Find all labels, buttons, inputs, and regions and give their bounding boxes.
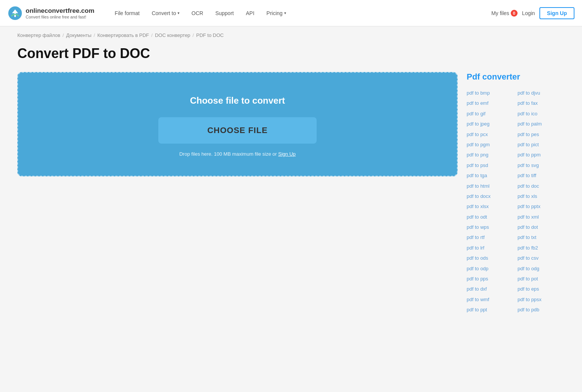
- sidebar-link[interactable]: pdf to doc: [518, 182, 565, 190]
- breadcrumb: Конвертер файлов / Документы / Конвертир…: [17, 32, 565, 38]
- sidebar-link[interactable]: pdf to xls: [518, 192, 565, 201]
- logo-subtitle: Convert files online free and fast!: [26, 15, 94, 19]
- sidebar-link[interactable]: pdf to odt: [467, 213, 514, 221]
- my-files-button[interactable]: My files 0: [491, 10, 517, 17]
- my-files-badge: 0: [511, 10, 518, 17]
- sidebar-link[interactable]: pdf to fb2: [518, 243, 565, 252]
- breadcrumb-item[interactable]: Конвертер файлов: [17, 32, 60, 38]
- breadcrumb-separator: /: [94, 32, 95, 38]
- sidebar-link[interactable]: pdf to bmp: [467, 89, 514, 97]
- signup-button[interactable]: Sign Up: [539, 7, 574, 19]
- breadcrumb-separator: /: [151, 32, 153, 38]
- logo[interactable]: onlineconvertfree.com Convert files onli…: [8, 6, 94, 21]
- sidebar-link[interactable]: pdf to palm: [518, 119, 565, 128]
- page-content: Конвертер файлов / Документы / Конвертир…: [8, 26, 574, 320]
- signup-link[interactable]: Sign Up: [278, 151, 296, 157]
- sidebar-link[interactable]: pdf to gif: [467, 109, 514, 118]
- nav-pricing[interactable]: Pricing▾: [261, 7, 291, 19]
- breadcrumb-item[interactable]: DOC конвертер: [155, 32, 190, 38]
- logo-text: onlineconvertfree.com Convert files onli…: [26, 7, 94, 19]
- header-right: My files 0 Login Sign Up: [491, 7, 574, 19]
- sidebar-link[interactable]: pdf to ppt: [467, 305, 514, 314]
- sidebar-link[interactable]: pdf to djvu: [518, 89, 565, 97]
- sidebar-link[interactable]: pdf to png: [467, 150, 514, 159]
- nav-ocr[interactable]: OCR: [186, 7, 208, 19]
- sidebar-link[interactable]: pdf to psd: [467, 161, 514, 170]
- nav-api[interactable]: API: [240, 7, 260, 19]
- sidebar-link[interactable]: pdf to pot: [518, 274, 565, 283]
- sidebar-link[interactable]: pdf to docx: [467, 192, 514, 201]
- breadcrumb-separator: /: [63, 32, 64, 38]
- chevron-down-icon: ▾: [178, 11, 179, 15]
- sidebar-link[interactable]: pdf to pict: [518, 140, 565, 149]
- sidebar-link[interactable]: pdf to emf: [467, 99, 514, 107]
- breadcrumb-item[interactable]: Конвертировать в PDF: [97, 32, 149, 38]
- logo-icon: [8, 6, 23, 21]
- sidebar-link[interactable]: pdf to odg: [518, 264, 565, 273]
- sidebar-link[interactable]: pdf to odp: [467, 264, 514, 273]
- sidebar-link[interactable]: pdf to xlsx: [467, 202, 514, 211]
- page-title: Convert PDF to DOC: [17, 46, 565, 61]
- sidebar-link[interactable]: pdf to tiff: [518, 171, 565, 180]
- sidebar-link[interactable]: pdf to eps: [518, 285, 565, 293]
- nav-file-format[interactable]: File format: [109, 7, 145, 19]
- breadcrumb-current: PDF to DOC: [196, 32, 224, 38]
- sidebar-link[interactable]: pdf to pcx: [467, 130, 514, 139]
- breadcrumb-item[interactable]: Документы: [66, 32, 91, 38]
- sidebar-link[interactable]: pdf to pdb: [518, 305, 565, 314]
- sidebar-link[interactable]: pdf to xml: [518, 213, 565, 221]
- logo-title: onlineconvertfree.com: [26, 7, 94, 15]
- sidebar-link[interactable]: pdf to ppm: [518, 150, 565, 159]
- choose-file-button[interactable]: CHOOSE FILE: [158, 117, 317, 144]
- breadcrumb-separator: /: [193, 32, 194, 38]
- sidebar-title: Pdf converter: [467, 72, 565, 82]
- sidebar-link[interactable]: pdf to dxf: [467, 285, 514, 293]
- upload-box[interactable]: Choose file to convert CHOOSE FILE Drop …: [17, 72, 458, 176]
- sidebar-link[interactable]: pdf to pgm: [467, 140, 514, 149]
- sidebar-link[interactable]: pdf to jpeg: [467, 119, 514, 128]
- sidebar-link[interactable]: pdf to html: [467, 182, 514, 190]
- sidebar-link[interactable]: pdf to ico: [518, 109, 565, 118]
- sidebar-link[interactable]: pdf to rtf: [467, 233, 514, 242]
- sidebar-link[interactable]: pdf to dot: [518, 223, 565, 231]
- upload-title: Choose file to convert: [190, 95, 285, 106]
- upload-hint: Drop files here. 100 MB maximum file siz…: [179, 151, 296, 157]
- sidebar-link[interactable]: pdf to wmf: [467, 295, 514, 304]
- sidebar-link[interactable]: pdf to csv: [518, 254, 565, 262]
- main-nav: File format Convert to▾ OCR Support API …: [109, 7, 491, 19]
- sidebar-link[interactable]: pdf to ods: [467, 254, 514, 262]
- sidebar-link[interactable]: pdf to txt: [518, 233, 565, 242]
- sidebar-link[interactable]: pdf to wps: [467, 223, 514, 231]
- login-button[interactable]: Login: [522, 10, 535, 16]
- sidebar-link[interactable]: pdf to pps: [467, 274, 514, 283]
- chevron-down-icon: ▾: [284, 11, 286, 15]
- sidebar-links: pdf to bmppdf to djvupdf to emfpdf to fa…: [467, 89, 565, 314]
- nav-support[interactable]: Support: [210, 7, 239, 19]
- sidebar-link[interactable]: pdf to fax: [518, 99, 565, 107]
- sidebar-link[interactable]: pdf to pptx: [518, 202, 565, 211]
- main-layout: Choose file to convert CHOOSE FILE Drop …: [17, 72, 565, 314]
- sidebar-link[interactable]: pdf to pes: [518, 130, 565, 139]
- sidebar: Pdf converter pdf to bmppdf to djvupdf t…: [467, 72, 565, 314]
- my-files-label: My files: [491, 10, 509, 16]
- header: onlineconvertfree.com Convert files onli…: [0, 0, 582, 26]
- nav-convert-to[interactable]: Convert to▾: [146, 7, 185, 19]
- sidebar-link[interactable]: pdf to tga: [467, 171, 514, 180]
- sidebar-link[interactable]: pdf to lrf: [467, 243, 514, 252]
- sidebar-link[interactable]: pdf to svg: [518, 161, 565, 170]
- sidebar-link[interactable]: pdf to ppsx: [518, 295, 565, 304]
